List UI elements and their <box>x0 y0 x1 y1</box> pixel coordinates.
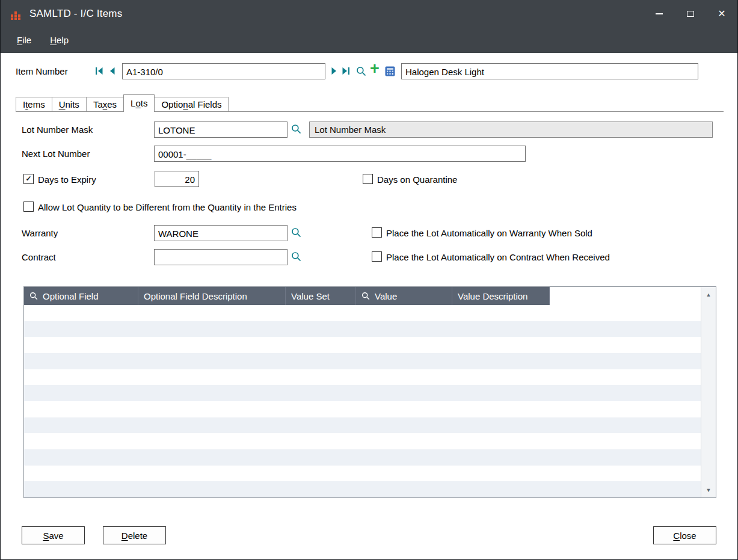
lot-number-mask-label: Lot Number Mask <box>22 122 93 138</box>
contract-finder-icon[interactable] <box>291 251 302 262</box>
item-finder-icon[interactable] <box>356 66 367 77</box>
save-button[interactable]: Save <box>22 526 85 544</box>
first-record-button[interactable] <box>95 67 105 76</box>
days-to-expiry-checkbox[interactable]: ✓ <box>23 174 34 184</box>
lot-number-mask-display: Lot Number Mask <box>309 122 713 138</box>
warranty-auto-label[interactable]: Place the Lot Automatically on Warranty … <box>386 228 592 238</box>
minimize-icon <box>656 13 663 14</box>
item-description-input[interactable] <box>401 63 698 79</box>
lot-number-mask-input[interactable] <box>154 122 288 138</box>
item-wizard-icon[interactable] <box>385 66 395 76</box>
table-row[interactable] <box>24 417 701 434</box>
next-record-button[interactable] <box>330 67 339 76</box>
tab-optional-fields[interactable]: Optional Fields <box>154 97 229 111</box>
column-header-value-description[interactable]: Value Description <box>452 287 550 305</box>
allow-lot-quantity-checkbox[interactable] <box>23 202 34 212</box>
new-item-icon[interactable]: + <box>370 61 380 76</box>
close-button[interactable]: ✕ <box>706 0 737 27</box>
contract-label: Contract <box>22 249 56 265</box>
days-to-expiry-label[interactable]: Days to Expiry <box>38 174 96 185</box>
column-header-value-set[interactable]: Value Set <box>286 287 356 305</box>
lot-number-mask-finder-icon[interactable] <box>291 124 302 135</box>
previous-record-button[interactable] <box>108 67 118 76</box>
optional-fields-table: Optional FieldOptional Field Description… <box>23 286 716 498</box>
warranty-label: Warranty <box>22 225 58 241</box>
next-lot-number-label: Next Lot Number <box>22 146 90 162</box>
table-row[interactable] <box>24 449 701 466</box>
menu-file[interactable]: File <box>17 35 31 45</box>
app-window: SAMLTD - I/C Items ✕ File Help Item Numb… <box>0 0 738 560</box>
menu-help[interactable]: Help <box>50 35 69 45</box>
maximize-icon <box>687 11 694 17</box>
allow-lot-quantity-label[interactable]: Allow Lot Quantity to be Different from … <box>38 202 297 212</box>
table-row[interactable] <box>24 385 701 401</box>
tab-taxes[interactable]: Taxes <box>86 97 124 111</box>
item-number-label: Item Number <box>16 63 68 79</box>
table-row[interactable] <box>24 369 701 386</box>
contract-auto-checkbox[interactable] <box>372 251 382 262</box>
column-header-optional-field-description[interactable]: Optional Field Description <box>138 287 286 305</box>
item-number-input[interactable] <box>122 63 325 79</box>
table-row[interactable] <box>24 433 701 449</box>
tab-bar: Items Units Taxes Lots Optional Fields <box>16 94 724 112</box>
days-on-quarantine-checkbox[interactable] <box>363 174 373 184</box>
last-record-button[interactable] <box>342 67 351 76</box>
minimize-button[interactable] <box>644 0 675 27</box>
column-header-optional-field[interactable]: Optional Field <box>24 287 138 305</box>
maximize-button[interactable] <box>675 0 706 27</box>
tab-units[interactable]: Units <box>52 97 87 111</box>
warranty-auto-checkbox[interactable] <box>372 227 382 238</box>
warranty-input[interactable] <box>154 225 288 241</box>
table-row[interactable] <box>24 353 701 369</box>
table-row[interactable] <box>24 337 701 353</box>
next-lot-number-input[interactable] <box>154 146 526 162</box>
warranty-finder-icon[interactable] <box>291 227 302 238</box>
column-header-value[interactable]: Value <box>356 287 452 305</box>
scroll-down-button[interactable]: ▼ <box>701 482 716 497</box>
app-icon <box>10 8 22 20</box>
days-on-quarantine-label[interactable]: Days on Quarantine <box>377 174 457 185</box>
vertical-scrollbar[interactable]: ▲ ▼ <box>701 287 716 497</box>
table-row[interactable] <box>24 401 701 417</box>
days-to-expiry-input[interactable] <box>155 171 199 187</box>
table-row[interactable] <box>24 305 701 321</box>
finder-icon <box>29 292 38 300</box>
table-row[interactable] <box>24 466 701 482</box>
tab-lots[interactable]: Lots <box>123 94 155 112</box>
table-row[interactable] <box>24 321 701 337</box>
table-body <box>24 305 701 497</box>
contract-input[interactable] <box>154 249 288 265</box>
table-row[interactable] <box>24 481 701 497</box>
tab-strip-line <box>16 111 724 112</box>
delete-button[interactable]: Delete <box>103 526 166 544</box>
contract-auto-label[interactable]: Place the Lot Automatically on Contract … <box>386 252 610 262</box>
close-window-button[interactable]: Close <box>653 526 716 544</box>
tab-items[interactable]: Items <box>16 97 52 111</box>
window-controls: ✕ <box>644 0 737 27</box>
table-header-row: Optional FieldOptional Field Description… <box>24 287 701 305</box>
finder-icon <box>361 292 370 300</box>
menu-bar: File Help <box>1 27 737 53</box>
titlebar[interactable]: SAMLTD - I/C Items ✕ <box>1 0 737 27</box>
window-title: SAMLTD - I/C Items <box>29 8 122 20</box>
scroll-up-button[interactable]: ▲ <box>701 287 716 302</box>
